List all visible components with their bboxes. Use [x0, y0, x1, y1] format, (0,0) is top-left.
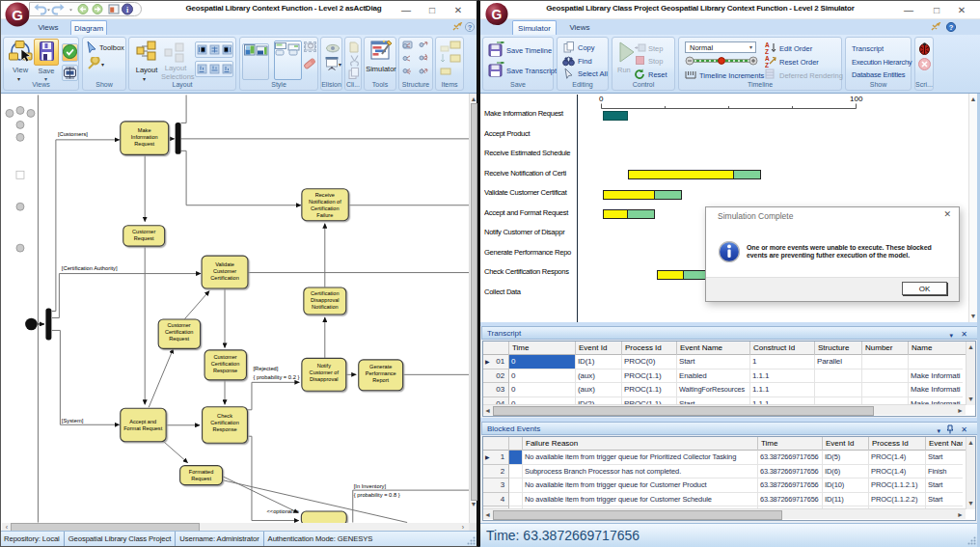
- svg-text:Failure: Failure: [316, 212, 333, 218]
- svg-text:G: G: [492, 7, 503, 22]
- svg-text:Report: Report: [372, 377, 389, 383]
- svg-text:Customer: Customer: [168, 322, 191, 328]
- svg-text:Check: Check: [217, 413, 232, 419]
- svg-text:Format Request: Format Request: [123, 425, 162, 431]
- svg-text:Response: Response: [213, 368, 237, 373]
- svg-text:Request: Request: [134, 141, 154, 147]
- svg-text:?: ?: [949, 23, 954, 32]
- svg-text:Certification: Certification: [210, 275, 238, 281]
- svg-text:[Rejected]: [Rejected]: [253, 366, 278, 371]
- svg-text:Customer: Customer: [213, 268, 236, 274]
- svg-text:G: G: [12, 7, 23, 23]
- svg-text:Certification: Certification: [311, 290, 339, 296]
- svg-text:Customer: Customer: [132, 229, 155, 234]
- svg-text:Customer of: Customer of: [310, 369, 340, 375]
- svg-text:Notify: Notify: [317, 363, 331, 369]
- svg-text:A: A: [765, 41, 770, 48]
- svg-text:[In Inventory]: [In Inventory]: [354, 483, 387, 489]
- svg-text:Request: Request: [191, 476, 211, 481]
- svg-text:[Customers]: [Customers]: [58, 131, 88, 137]
- svg-text:Make: Make: [138, 127, 151, 133]
- svg-text:Formatted: Formatted: [189, 469, 213, 475]
- svg-text:Certification: Certification: [210, 420, 238, 425]
- svg-text:Accept and: Accept and: [129, 419, 156, 424]
- svg-text:Request: Request: [169, 336, 189, 342]
- svg-text:<<optional>>: <<optional>>: [266, 508, 299, 514]
- svg-text:Notification of: Notification of: [309, 199, 341, 205]
- svg-text:Z: Z: [765, 62, 769, 68]
- svg-text:Z: Z: [765, 48, 769, 54]
- svg-text:Response: Response: [212, 426, 236, 432]
- svg-text:Disapproval: Disapproval: [310, 376, 338, 382]
- svg-text:Certification: Certification: [165, 329, 193, 335]
- svg-text:Performance: Performance: [366, 370, 396, 376]
- svg-text:Disapproval: Disapproval: [311, 297, 339, 303]
- svg-text:[System]: [System]: [62, 418, 84, 424]
- svg-text:Information: Information: [131, 134, 158, 140]
- svg-text:Request: Request: [134, 235, 154, 241]
- svg-text:Validate: Validate: [215, 261, 234, 267]
- svg-text:?: ?: [468, 23, 473, 32]
- svg-text:{ probability = 0.2 }: { probability = 0.2 }: [253, 374, 299, 380]
- svg-text:{ probability = 0.8 }: { probability = 0.8 }: [354, 492, 400, 498]
- svg-text:Certification: Certification: [211, 361, 239, 367]
- svg-text:Customer: Customer: [213, 354, 236, 360]
- svg-text:[Certification Authority]: [Certification Authority]: [62, 265, 118, 271]
- svg-text:Certification: Certification: [311, 205, 339, 211]
- svg-text:Receive: Receive: [315, 192, 335, 198]
- svg-text:Generate: Generate: [369, 364, 392, 369]
- svg-text:Notification: Notification: [312, 304, 339, 310]
- svg-text:A: A: [765, 55, 770, 62]
